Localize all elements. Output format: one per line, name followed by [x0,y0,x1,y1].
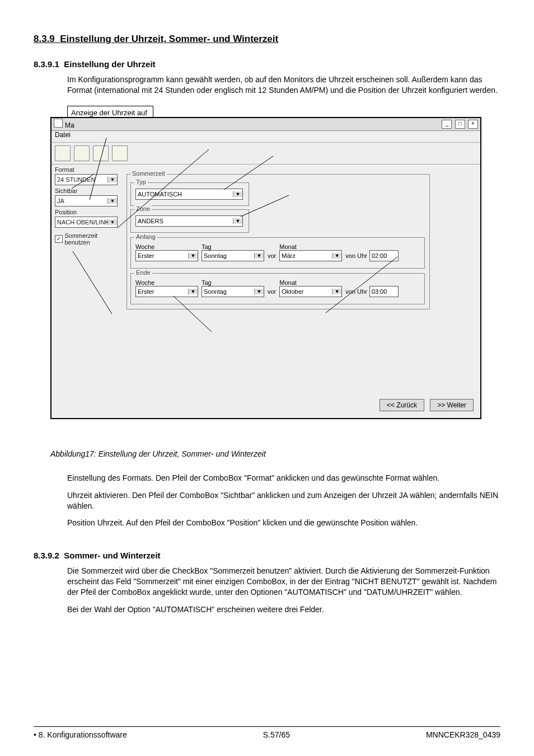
footer-center: S.57/65 [263,730,290,739]
anfang-legend: Anfang [134,233,157,240]
toolbar-icon-1[interactable] [55,145,71,161]
chevron-down-icon: ▼ [233,191,242,197]
instruction-format: Einstellung des Formats. Den Pfeil der C… [67,473,500,483]
ende-monat-label: Monat [279,279,342,286]
chevron-down-icon: ▼ [107,219,117,225]
minimize-button[interactable]: _ [442,120,452,129]
anfang-vor-label: vor [268,252,276,259]
toolbar-icon-3[interactable] [93,145,109,161]
anfang-vonuhr-label: von Uhr [345,252,367,259]
chevron-down-icon: ▼ [107,177,117,182]
ende-woche-combo[interactable]: Erster▼ [135,286,198,297]
anfang-woche-label: Woche [135,243,198,250]
subsection-2-heading: 8.3.9.2 Sommer- und Winterzeit [34,551,500,560]
chevron-down-icon: ▼ [332,253,341,259]
toolbar [51,143,480,165]
chevron-down-icon: ▼ [254,289,264,294]
anfang-uhr-input[interactable] [369,250,399,261]
toolbar-icon-2[interactable] [74,145,90,161]
toolbar-icon-4[interactable] [112,145,128,161]
typ-legend: Typ [134,179,148,185]
dst-use-checkbox[interactable]: ✓ Sommerzeit benutzen [55,232,122,246]
figure-caption: Abbildung17: Einstellung der Uhrzeit, So… [50,449,500,458]
instruction-position: Position Uhrzeit. Auf den Pfeil der Comb… [67,518,500,528]
position-label: Position [55,209,122,215]
checkbox-icon: ✓ [55,235,63,243]
chevron-down-icon: ▼ [188,289,198,294]
sub1-intro: Im Konfigurationsprogramm kann gewählt w… [67,74,500,96]
ende-tag-combo[interactable]: Sonntag▼ [202,286,264,297]
next-button[interactable]: >> Weiter [430,399,474,411]
window-title: Ma [65,121,74,129]
anfang-monat-combo[interactable]: März▼ [279,250,342,261]
maximize-button[interactable]: □ [455,120,465,129]
back-button[interactable]: << Zurück [380,399,424,411]
chevron-down-icon: ▼ [233,218,242,224]
instruction-sichtbar: Uhrzeit aktivieren. Den Pfeil der ComboB… [67,490,500,511]
ende-legend: Ende [134,269,152,276]
section-title: Einstellung der Uhrzeit, Sommer- und Win… [60,34,278,44]
page-footer: 8. Konfigurationssoftware S.57/65 MNNCEK… [34,726,500,739]
sichtbar-combo[interactable]: JA▼ [55,195,118,206]
ende-monat-combo[interactable]: Oktober▼ [279,286,342,297]
anfang-tag-label: Tag [202,243,264,250]
section-heading: 8.3.9 Einstellung der Uhrzeit, Sommer- u… [34,34,500,45]
section-number: 8.3.9 [34,34,55,44]
chevron-down-icon: ▼ [188,253,198,259]
ende-tag-label: Tag [202,279,264,286]
chevron-down-icon: ▼ [254,253,264,259]
sub2-p1: Die Sommerzeit wird über die CheckBox "S… [67,566,500,598]
format-combo[interactable]: 24 STUNDEN▼ [55,174,118,185]
anfang-tag-combo[interactable]: Sonntag▼ [202,250,264,261]
typ-combo[interactable]: AUTOMATISCH▼ [135,189,243,200]
anfang-monat-label: Monat [279,243,342,250]
footer-right: MNNCEKR328_0439 [426,730,500,739]
ende-woche-label: Woche [135,279,198,286]
close-button[interactable]: × [468,120,478,129]
chevron-down-icon: ▼ [107,198,117,204]
zone-legend: Zone [134,205,152,212]
subsection-1-heading: 8.3.9.1 Einstellung der Uhrzeit [34,59,500,69]
format-label: Format [55,166,122,173]
chevron-down-icon: ▼ [332,289,341,294]
sub2-p2: Bei der Wahl der Option "AUTOMATISCH" er… [67,604,500,615]
menu-datei[interactable]: Datei [55,131,71,139]
ende-vor-label: vor [268,288,276,295]
sichtbar-label: Sichtbar [55,187,122,194]
app-icon [54,119,63,128]
zone-combo[interactable]: ANDERS▼ [135,215,243,227]
ende-uhr-input[interactable] [369,286,399,297]
ende-vonuhr-label: von Uhr [345,288,367,295]
anfang-woche-combo[interactable]: Erster▼ [135,250,198,261]
position-combo[interactable]: NACH OBEN/LINKS▼ [55,217,118,228]
dst-use-label: Sommerzeit benutzen [65,232,123,246]
window-titlebar: Ma _ □ × [51,118,480,131]
sommerzeit-legend: Sommerzeit [130,170,167,177]
menubar: Datei [51,131,480,143]
footer-left: 8. Konfigurationssoftware [34,730,127,739]
